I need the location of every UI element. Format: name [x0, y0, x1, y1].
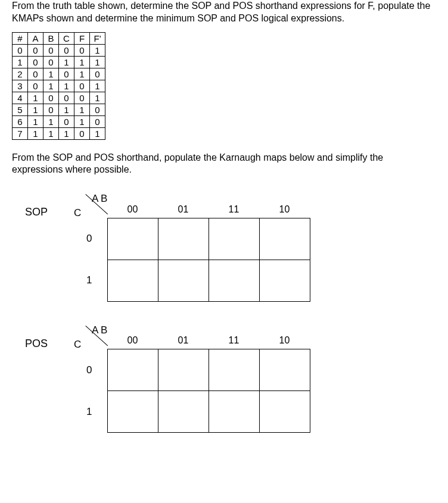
table-cell: 1 [90, 44, 105, 56]
table-cell: 1 [28, 104, 43, 115]
kmap-cell [107, 218, 158, 260]
kmap-column-header: 11 [209, 204, 259, 218]
kmap-diagonal-line [86, 194, 110, 218]
table-cell: 0 [28, 44, 43, 56]
header-f: F [74, 32, 90, 44]
kmap-cell [209, 349, 259, 391]
table-cell: 0 [74, 80, 90, 92]
table-cell: 0 [59, 68, 74, 80]
kmap-column-header: 11 [209, 335, 259, 349]
table-row: 100111 [13, 56, 105, 68]
kmap-c-label: C [74, 207, 81, 219]
kmap-cell [259, 218, 310, 260]
table-cell: 1 [74, 68, 90, 80]
table-row: 000001 [13, 44, 105, 56]
table-cell: 1 [59, 104, 74, 115]
kmap-column-header: 00 [107, 204, 158, 218]
kmap-cell [209, 391, 259, 433]
kmap-row-header: 1 [71, 260, 107, 301]
kmap-column-header: 10 [259, 204, 310, 218]
table-cell: 2 [13, 68, 28, 80]
table-cell: 0 [13, 44, 28, 56]
table-cell: 6 [13, 115, 28, 127]
table-row: 301101 [13, 80, 105, 92]
table-cell: 5 [13, 104, 28, 115]
table-cell: 0 [74, 44, 90, 56]
kmap-column-header: 10 [259, 335, 310, 349]
kmap-section: POSA BC0001111001 [12, 326, 436, 433]
header-num: # [13, 32, 28, 44]
table-cell: 3 [13, 80, 28, 92]
kmap-cell [259, 349, 310, 391]
table-cell: 1 [59, 56, 74, 68]
kmap-grid: 0001111001 [71, 204, 310, 302]
header-fprime: F' [90, 32, 105, 44]
kmap-title: POS [12, 338, 48, 350]
kmap-cell [259, 391, 310, 433]
table-cell: 0 [28, 56, 43, 68]
table-cell: 0 [59, 115, 74, 127]
kmap-cell [259, 260, 310, 301]
table-cell: 1 [59, 80, 74, 92]
table-cell: 1 [90, 56, 105, 68]
table-cell: 1 [28, 92, 43, 104]
kmap-row-header: 1 [71, 391, 107, 433]
table-cell: 0 [74, 127, 90, 139]
kmap-diagonal-line [86, 326, 110, 349]
table-row: 510110 [13, 104, 105, 115]
table-cell: 0 [43, 44, 59, 56]
kmap-cell [209, 218, 259, 260]
kmap-column-header: 00 [107, 335, 158, 349]
table-cell: 1 [74, 104, 90, 115]
kmap-row-header: 0 [71, 218, 107, 260]
header-b: B [43, 32, 59, 44]
kmap-cell [158, 218, 209, 260]
table-row: 410001 [13, 92, 105, 104]
header-c: C [59, 32, 74, 44]
table-cell: 1 [28, 127, 43, 139]
main-instructions: From the truth table shown, determine th… [12, 0, 436, 25]
table-cell: 1 [28, 115, 43, 127]
table-cell: 1 [90, 80, 105, 92]
kmap-column-header: 01 [158, 204, 209, 218]
kmap-grid: 0001111001 [71, 335, 310, 433]
table-cell: 4 [13, 92, 28, 104]
kmap-cell [158, 260, 209, 301]
table-cell: 1 [74, 115, 90, 127]
table-cell: 0 [74, 92, 90, 104]
kmap-cell [158, 391, 209, 433]
table-cell: 0 [43, 92, 59, 104]
table-cell: 1 [43, 127, 59, 139]
table-row: 201010 [13, 68, 105, 80]
table-cell: 1 [90, 92, 105, 104]
table-cell: 0 [59, 92, 74, 104]
table-cell: 0 [90, 104, 105, 115]
table-cell: 0 [43, 104, 59, 115]
table-cell: 1 [90, 127, 105, 139]
table-header-row: # A B C F F' [13, 32, 105, 44]
truth-table: # A B C F F' 000001100111201010301101410… [12, 32, 105, 140]
table-row: 711101 [13, 127, 105, 139]
kmap-cell [209, 260, 259, 301]
table-cell: 1 [74, 56, 90, 68]
table-cell: 0 [90, 115, 105, 127]
kmap-c-label: C [74, 339, 81, 351]
sub-instructions: From the SOP and POS shorthand, populate… [12, 152, 436, 177]
kmap-cell [107, 391, 158, 433]
table-cell: 1 [43, 80, 59, 92]
kmap-cell [107, 349, 158, 391]
table-cell: 0 [43, 56, 59, 68]
kmap-section: SOPA BC0001111001 [12, 194, 436, 302]
header-a: A [28, 32, 43, 44]
table-cell: 1 [59, 127, 74, 139]
table-cell: 1 [43, 115, 59, 127]
table-cell: 0 [59, 44, 74, 56]
kmap-column-header: 01 [158, 335, 209, 349]
table-cell: 0 [28, 80, 43, 92]
table-cell: 7 [13, 127, 28, 139]
table-cell: 0 [90, 68, 105, 80]
kmap-title: SOP [12, 206, 48, 218]
table-cell: 1 [43, 68, 59, 80]
kmap-cell [158, 349, 209, 391]
table-row: 611010 [13, 115, 105, 127]
